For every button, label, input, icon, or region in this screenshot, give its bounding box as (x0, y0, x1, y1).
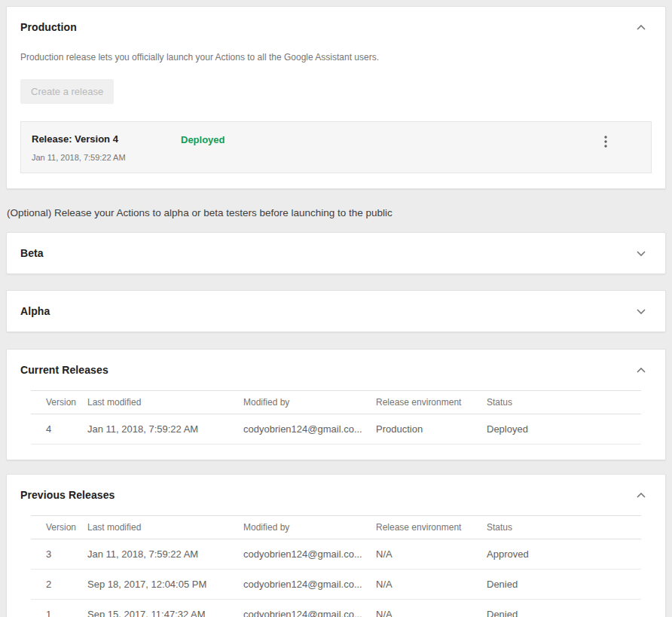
cell-modified-by: codyobrien124@gmail.co... (243, 414, 376, 444)
cell-last-modified: Jan 11, 2018, 7:59:22 AM (87, 539, 243, 570)
chevron-up-icon (637, 368, 646, 373)
production-title: Production (20, 21, 77, 33)
column-header-release-environment: Release environment (376, 391, 487, 414)
alpha-card-header: Alpha (7, 291, 665, 331)
cell-version: 2 (31, 570, 87, 600)
column-header-modified-by: Modified by (243, 391, 376, 414)
release-date: Jan 11, 2018, 7:59:22 AM (32, 153, 181, 162)
cell-release-environment: N/A (376, 600, 487, 617)
previous-releases-table-wrap: Version Last modified Modified by Releas… (7, 515, 665, 617)
previous-releases-header: Previous Releases (7, 475, 665, 515)
beta-card: Beta (6, 232, 666, 274)
column-header-status: Status (487, 391, 641, 414)
current-releases-title: Current Releases (20, 364, 108, 376)
collapse-previous-releases-button[interactable] (632, 488, 650, 502)
cell-status: Denied (487, 570, 641, 600)
cell-version: 4 (31, 414, 87, 444)
optional-release-note: (Optional) Release your Actions to alpha… (7, 207, 666, 218)
beta-title: Beta (20, 247, 44, 259)
table-row: 2 Sep 18, 2017, 12:04:05 PM codyobrien12… (31, 570, 641, 600)
cell-release-environment: Production (376, 414, 487, 444)
alpha-card: Alpha (6, 290, 666, 332)
cell-last-modified: Sep 15, 2017, 11:47:32 AM (87, 600, 243, 617)
cell-modified-by: codyobrien124@gmail.co... (243, 539, 376, 570)
expand-alpha-button[interactable] (632, 304, 650, 319)
cell-last-modified: Jan 11, 2018, 7:59:22 AM (87, 414, 243, 444)
column-header-last-modified: Last modified (87, 391, 243, 414)
column-header-version: Version (31, 391, 87, 414)
cell-status: Deployed (487, 414, 641, 444)
table-header-row: Version Last modified Modified by Releas… (31, 516, 641, 539)
previous-releases-title: Previous Releases (20, 489, 115, 501)
chevron-down-icon (637, 251, 646, 256)
cell-last-modified: Sep 18, 2017, 12:04:05 PM (87, 570, 243, 600)
collapse-current-releases-button[interactable] (632, 363, 650, 377)
chevron-up-icon (637, 25, 646, 30)
table-row: 4 Jan 11, 2018, 7:59:22 AM codyobrien124… (31, 414, 641, 444)
table-row: 1 Sep 15, 2017, 11:47:32 AM codyobrien12… (31, 600, 641, 617)
column-header-version: Version (31, 516, 87, 539)
cell-version: 1 (31, 600, 87, 617)
beta-card-header: Beta (7, 233, 665, 273)
previous-releases-table: Version Last modified Modified by Releas… (31, 515, 641, 617)
cell-version: 3 (31, 539, 87, 570)
previous-releases-card: Previous Releases Version Last modified … (6, 474, 666, 617)
cell-modified-by: codyobrien124@gmail.co... (243, 600, 376, 617)
current-releases-header: Current Releases (7, 350, 665, 390)
production-card-header: Production (7, 7, 665, 47)
production-release-row: Release: Version 4 Jan 11, 2018, 7:59:22… (20, 121, 652, 173)
production-release-status: Deployed (181, 133, 225, 145)
production-card: Production Production release lets you o… (6, 6, 666, 189)
alpha-title: Alpha (20, 305, 50, 317)
expand-beta-button[interactable] (632, 246, 650, 261)
production-description: Production release lets you officially l… (20, 52, 652, 63)
release-info: Release: Version 4 Jan 11, 2018, 7:59:22… (32, 133, 181, 162)
chevron-down-icon (637, 309, 646, 314)
chevron-up-icon (637, 493, 646, 498)
current-releases-table: Version Last modified Modified by Releas… (31, 390, 641, 444)
production-card-body: Production release lets you officially l… (7, 52, 665, 188)
kebab-menu-icon (604, 136, 607, 148)
cell-release-environment: N/A (376, 539, 487, 570)
column-header-status: Status (487, 516, 641, 539)
cell-release-environment: N/A (376, 570, 487, 600)
release-menu-button[interactable] (603, 134, 609, 149)
current-releases-table-wrap: Version Last modified Modified by Releas… (7, 390, 665, 460)
current-releases-card: Current Releases Version Last modified M… (6, 349, 666, 460)
table-header-row: Version Last modified Modified by Releas… (31, 391, 641, 414)
column-header-last-modified: Last modified (87, 516, 243, 539)
release-name: Release: Version 4 (32, 133, 181, 145)
cell-status: Denied (487, 600, 641, 617)
column-header-modified-by: Modified by (243, 516, 376, 539)
table-row: 3 Jan 11, 2018, 7:59:22 AM codyobrien124… (31, 539, 641, 570)
cell-modified-by: codyobrien124@gmail.co... (243, 570, 376, 600)
collapse-production-button[interactable] (632, 20, 650, 35)
column-header-release-environment: Release environment (376, 516, 487, 539)
cell-status: Approved (487, 539, 641, 570)
create-release-button[interactable]: Create a release (20, 79, 114, 104)
